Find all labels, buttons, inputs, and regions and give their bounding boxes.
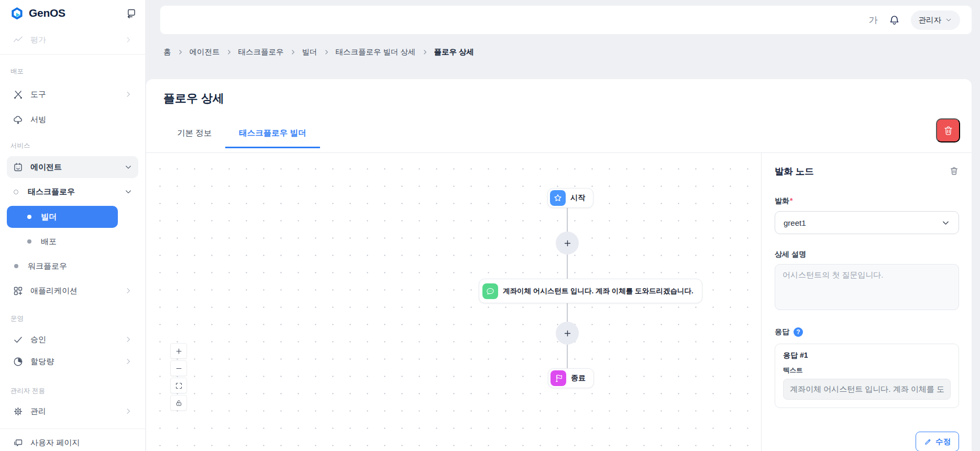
chevron-right-icon	[177, 49, 184, 56]
add-node-button[interactable]	[556, 322, 579, 345]
chevron-down-icon	[124, 188, 133, 196]
tab-taskflow-builder[interactable]: 태스크플로우 빌더	[225, 120, 320, 148]
breadcrumb-taskflow[interactable]: 태스크플로우	[238, 47, 284, 57]
section-label-admin: 관리자 전용	[7, 387, 138, 395]
chevron-right-icon	[124, 90, 133, 98]
chevron-right-icon	[124, 287, 133, 295]
sidebar-item-builder[interactable]: 빌더	[7, 206, 118, 228]
chevron-down-icon	[124, 163, 133, 171]
sidebar: GenOS 평가 배포 도구 서빙 서비스 에이전트 태스크플로우 빌더 배포	[0, 0, 145, 451]
section-label-ops: 운영	[7, 314, 138, 323]
main-card: 플로우 상세 기본 정보 태스크플로우 빌더 시작 계좌이체 어시스턴트 입니다…	[146, 79, 972, 451]
trash-icon	[943, 125, 954, 136]
tools-icon	[13, 89, 24, 100]
bullet-outline-icon	[14, 190, 18, 194]
user-menu-button[interactable]: 관리자	[911, 10, 961, 30]
chevron-down-icon	[941, 218, 950, 227]
chat-bubble-icon	[482, 283, 498, 299]
chevron-right-icon	[124, 335, 133, 344]
chat-icon	[13, 437, 24, 448]
sidebar-item-agent[interactable]: 에이전트	[7, 156, 138, 178]
node-start[interactable]: 시작	[547, 188, 593, 208]
breadcrumb-builder-detail[interactable]: 태스크플로우 빌더 상세	[336, 47, 416, 57]
node-end[interactable]: 종료	[548, 368, 594, 388]
flag-icon	[550, 370, 566, 386]
apps-icon	[13, 285, 24, 296]
chevron-right-icon	[226, 49, 233, 56]
builder-area: 시작 계좌이체 어시스턴트 입니다. 계좌 이체를 도와드리겠습니다. 종료	[146, 153, 972, 451]
logo[interactable]: GenOS	[7, 0, 138, 24]
sidebar-item-workflow[interactable]: 워크플로우	[7, 256, 138, 277]
sidebar-item-admin[interactable]: 관리	[7, 401, 138, 422]
sidebar-item-serving[interactable]: 서빙	[7, 109, 138, 130]
edit-button[interactable]: 수정	[916, 432, 959, 451]
gear-icon	[13, 406, 24, 417]
node-properties-panel: 발화 노드 발화* greet1 상세 설명 응답 ? 응답 #1 텍스트	[761, 153, 972, 451]
bullet-icon	[27, 239, 31, 244]
genos-logo-icon	[10, 6, 24, 20]
utterance-select[interactable]: greet1	[775, 211, 959, 234]
response-item-title: 응답 #1	[783, 351, 951, 360]
sidebar-item-approval[interactable]: 승인	[7, 329, 138, 350]
add-node-button[interactable]	[556, 232, 579, 255]
breadcrumb-current: 플로우 상세	[434, 47, 475, 57]
chevron-right-icon	[124, 357, 133, 366]
canvas-controls	[170, 343, 187, 411]
sidebar-item-user-page[interactable]: 사용자 페이지	[7, 432, 138, 451]
sidebar-collapse-icon[interactable]	[126, 8, 137, 19]
node-utterance[interactable]: 계좌이체 어시스턴트 입니다. 계좌 이체를 도와드리겠습니다.	[479, 279, 702, 303]
description-textarea[interactable]	[775, 264, 959, 310]
zoom-out-button[interactable]	[170, 360, 187, 376]
user-menu-label: 관리자	[919, 15, 942, 25]
agent-icon	[13, 162, 24, 173]
sidebar-item-eval[interactable]: 평가	[7, 29, 138, 50]
chevron-right-icon	[323, 49, 330, 56]
lock-button[interactable]	[170, 395, 187, 411]
sidebar-item-application[interactable]: 애플리케이션	[7, 280, 138, 301]
utterance-label: 발화*	[775, 196, 959, 206]
sidebar-item-tools[interactable]: 도구	[7, 84, 138, 105]
chevron-right-icon	[124, 407, 133, 415]
response-label: 응답	[775, 327, 789, 337]
app-name: GenOS	[29, 7, 65, 19]
cloud-icon	[13, 114, 24, 125]
star-icon	[550, 190, 566, 206]
bullet-icon	[27, 215, 31, 219]
delete-flow-button[interactable]	[936, 118, 960, 142]
chevron-right-icon	[124, 36, 133, 44]
required-asterisk: *	[790, 196, 792, 205]
response-text-input[interactable]	[783, 379, 951, 400]
trash-icon[interactable]	[949, 166, 959, 176]
bullet-icon	[14, 264, 18, 268]
breadcrumb-agent[interactable]: 에이전트	[190, 47, 220, 57]
description-label: 상세 설명	[775, 250, 959, 259]
check-icon	[13, 334, 24, 345]
sidebar-item-deploy[interactable]: 배포	[7, 231, 138, 252]
help-icon[interactable]: ?	[794, 327, 803, 337]
utterance-select-value: greet1	[784, 218, 806, 227]
pie-chart-icon	[13, 356, 24, 367]
panel-title: 발화 노드	[775, 165, 814, 178]
sidebar-divider	[0, 54, 145, 54]
sidebar-item-taskflow[interactable]: 태스크플로우	[7, 181, 138, 202]
font-size-button[interactable]: 가	[869, 14, 878, 26]
pencil-icon	[924, 438, 932, 446]
breadcrumb-builder[interactable]: 빌더	[302, 47, 317, 57]
tab-basic-info[interactable]: 기본 정보	[163, 120, 225, 148]
tab-bar: 기본 정보 태스크플로우 빌더	[163, 120, 320, 148]
response-card: 응답 #1 텍스트	[775, 344, 959, 408]
breadcrumb: 홈 에이전트 태스크플로우 빌더 태스크플로우 빌더 상세 플로우 상세	[163, 47, 474, 57]
sidebar-divider	[0, 428, 145, 429]
breadcrumb-home[interactable]: 홈	[163, 47, 171, 57]
bell-icon[interactable]	[888, 14, 900, 26]
section-label-service: 서비스	[7, 141, 138, 150]
page-title: 플로우 상세	[163, 91, 224, 106]
sidebar-item-quota[interactable]: 할당량	[7, 351, 138, 372]
chevron-right-icon	[422, 49, 428, 56]
line-chart-icon	[13, 35, 24, 46]
section-label-deploy: 배포	[7, 67, 138, 75]
zoom-in-button[interactable]	[170, 343, 187, 359]
flow-canvas[interactable]: 시작 계좌이체 어시스턴트 입니다. 계좌 이체를 도와드리겠습니다. 종료	[146, 153, 761, 451]
fit-view-button[interactable]	[170, 378, 187, 393]
topbar: 가 관리자	[160, 5, 972, 35]
